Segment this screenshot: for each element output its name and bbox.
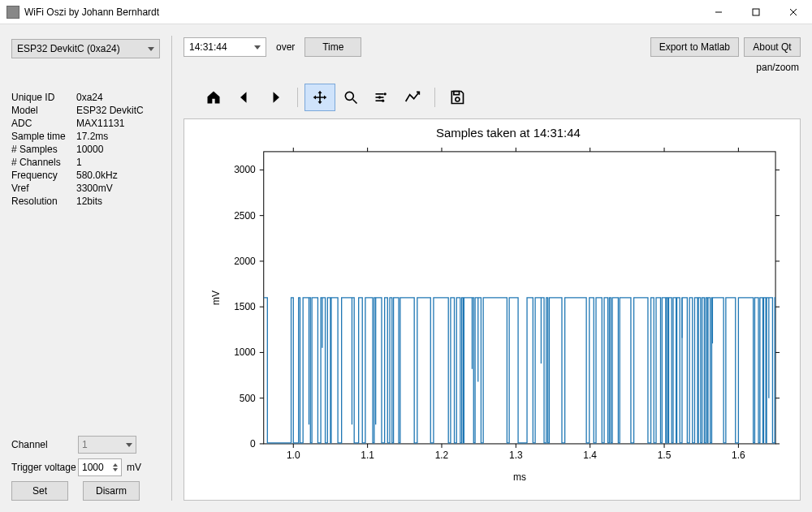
trigger-voltage-label: Trigger voltage <box>11 462 78 473</box>
info-key: ADC <box>11 117 76 130</box>
window-title: WiFi Oszi by Johann Bernhardt <box>24 6 159 18</box>
main-panel: 14:31:44 over Time Export to Matlab Abou… <box>172 24 812 512</box>
info-value: 0xa24 <box>76 91 160 104</box>
y-tick-label: 2000 <box>234 256 256 267</box>
svg-line-5 <box>353 100 357 104</box>
svg-point-7 <box>384 93 387 95</box>
disarm-button[interactable]: Disarm <box>83 481 140 501</box>
top-toolbar: 14:31:44 over Time Export to Matlab Abou… <box>184 37 801 57</box>
info-value: ESP32 DevkitC <box>76 104 160 117</box>
x-tick-label: 1.0 <box>287 450 300 461</box>
signal-trace <box>264 298 775 443</box>
capture-time-value: 14:31:44 <box>189 41 227 53</box>
info-key: # Channels <box>11 156 76 169</box>
info-row: ADCMAX11131 <box>11 117 160 130</box>
svg-rect-12 <box>454 92 460 95</box>
status-mode: pan/zoom <box>184 62 799 73</box>
trigger-voltage-input[interactable]: 1000 <box>78 458 122 476</box>
chart-svg: Samples taken at 14:31:44050010001500200… <box>184 119 800 488</box>
y-tick-label: 1500 <box>234 301 256 312</box>
over-label: over <box>273 41 298 53</box>
info-key: Sample time <box>11 130 76 143</box>
chart-title: Samples taken at 14:31:44 <box>436 126 581 140</box>
zoom-button[interactable] <box>335 84 366 111</box>
svg-rect-1 <box>753 9 759 15</box>
info-value: 17.2ms <box>76 130 160 143</box>
svg-point-4 <box>345 92 353 100</box>
y-tick-label: 500 <box>240 393 256 404</box>
title-bar: WiFi Oszi by Johann Bernhardt <box>0 0 812 24</box>
chevron-down-icon <box>254 45 261 49</box>
capture-time-select[interactable]: 14:31:44 <box>184 37 266 57</box>
back-button[interactable] <box>229 84 260 111</box>
svg-point-9 <box>378 96 381 98</box>
info-value: MAX11131 <box>76 117 160 130</box>
export-matlab-button[interactable]: Export to Matlab <box>650 37 739 57</box>
device-info-table: Unique ID0xa24ModelESP32 DevkitCADCMAX11… <box>11 91 160 208</box>
trigger-voltage-unit: mV <box>127 462 141 473</box>
chevron-down-icon <box>148 47 154 51</box>
device-select-value: ESP32 DevkitC (0xa24) <box>17 43 120 54</box>
spin-up-icon[interactable] <box>113 463 118 467</box>
info-key: Vref <box>11 182 76 195</box>
channel-value: 1 <box>82 439 88 450</box>
info-row: Frequency580.0kHz <box>11 169 160 182</box>
forward-button[interactable] <box>260 84 291 111</box>
home-button[interactable] <box>198 84 229 111</box>
y-tick-label: 3000 <box>234 164 256 175</box>
x-tick-label: 1.2 <box>435 450 449 461</box>
edit-axes-button[interactable] <box>397 84 428 111</box>
x-axis-label: ms <box>513 471 526 483</box>
xaxis-mode-button[interactable]: Time <box>304 37 361 57</box>
x-tick-label: 1.3 <box>509 450 523 461</box>
device-select[interactable]: ESP32 DevkitC (0xa24) <box>11 39 160 58</box>
info-key: # Samples <box>11 143 76 156</box>
y-tick-label: 1000 <box>234 346 256 358</box>
info-value: 1 <box>76 156 160 169</box>
sidebar: ESP32 DevkitC (0xa24) Unique ID0xa24Mode… <box>0 24 171 512</box>
chart-area[interactable]: Samples taken at 14:31:44050010001500200… <box>184 118 801 501</box>
info-row: # Samples10000 <box>11 143 160 156</box>
minimize-button[interactable] <box>700 0 737 24</box>
info-row: ModelESP32 DevkitC <box>11 104 160 117</box>
info-value: 12bits <box>76 195 160 208</box>
info-key: Model <box>11 104 76 117</box>
info-row: # Channels1 <box>11 156 160 169</box>
y-tick-label: 2500 <box>234 210 256 222</box>
pan-button[interactable] <box>304 84 335 111</box>
set-button[interactable]: Set <box>11 481 68 501</box>
plot-toolbar <box>198 83 801 112</box>
about-qt-button[interactable]: About Qt <box>744 37 801 57</box>
trigger-voltage-value: 1000 <box>82 462 104 473</box>
info-value: 10000 <box>76 143 160 156</box>
save-figure-button[interactable] <box>442 84 473 111</box>
x-tick-label: 1.6 <box>732 450 745 461</box>
info-key: Frequency <box>11 169 76 182</box>
info-row: Sample time17.2ms <box>11 130 160 143</box>
info-row: Vref3300mV <box>11 182 160 195</box>
channel-label: Channel <box>11 439 78 450</box>
y-tick-label: 0 <box>250 438 256 450</box>
x-tick-label: 1.4 <box>583 450 597 461</box>
info-row: Unique ID0xa24 <box>11 91 160 104</box>
info-key: Unique ID <box>11 91 76 104</box>
info-row: Resolution12bits <box>11 195 160 208</box>
svg-point-11 <box>382 100 384 102</box>
close-button[interactable] <box>775 0 812 24</box>
app-icon <box>6 6 19 19</box>
y-axis-label: mV <box>210 290 222 305</box>
channel-select[interactable]: 1 <box>78 436 136 454</box>
toolbar-separator <box>434 88 435 107</box>
svg-point-13 <box>456 97 460 101</box>
subplots-button[interactable] <box>366 84 397 111</box>
x-tick-label: 1.1 <box>361 450 374 461</box>
info-value: 3300mV <box>76 182 160 195</box>
toolbar-separator <box>297 88 298 107</box>
x-tick-label: 1.5 <box>658 450 672 461</box>
info-key: Resolution <box>11 195 76 208</box>
info-value: 580.0kHz <box>76 169 160 182</box>
chevron-down-icon <box>126 443 132 447</box>
spin-down-icon[interactable] <box>113 468 118 471</box>
maximize-button[interactable] <box>737 0 775 24</box>
